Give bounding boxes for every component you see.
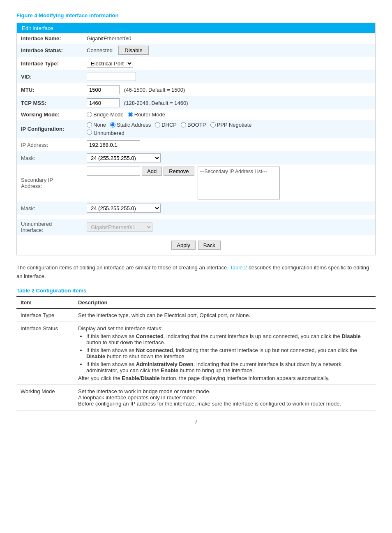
body-paragraph: The configuration items of editing an in… xyxy=(16,264,376,281)
working-mode-line-2: A loopback interface operates only in ro… xyxy=(78,394,371,401)
interface-type-value: Electrical Port xyxy=(83,57,375,70)
table-row-interface-type: Interface Type Set the interface type, w… xyxy=(16,308,376,322)
row-interface-status: Interface Status: Connected Disable xyxy=(17,44,375,57)
working-mode-line-1: Set the interface to work in bridge mode… xyxy=(78,388,371,394)
table-row-working-mode: Working Mode Set the interface to work i… xyxy=(16,385,376,410)
status-after-text: After you click the Enable/Disable butto… xyxy=(78,375,330,381)
ip-static-radio[interactable] xyxy=(110,122,115,127)
ip-dhcp-radio[interactable] xyxy=(155,122,160,127)
row-mask: Mask: 24 (255.255.255.0) xyxy=(17,151,375,165)
form-table: Interface Name: GigabitEthernet0/0 Inter… xyxy=(17,33,375,255)
ip-none-text: None xyxy=(93,122,106,128)
add-button[interactable]: Add xyxy=(142,167,162,176)
unnumbered-interface-select[interactable]: GigabitEthernet0/1 xyxy=(87,222,152,232)
interface-status-value: Connected Disable xyxy=(83,44,375,57)
router-mode-text: Router Mode xyxy=(134,111,165,118)
edit-interface-box: Edit Interface Interface Name: GigabitEt… xyxy=(16,23,376,255)
ip-static-label[interactable]: Static Address xyxy=(110,122,151,128)
status-desc-text: Display and set the interface status: xyxy=(78,325,163,331)
vid-input[interactable] xyxy=(87,72,136,81)
config-table-header-row: Item Description xyxy=(16,297,376,308)
secondary-ip-label: Secondary IPAddress: xyxy=(17,165,83,202)
tcp-mss-input[interactable] xyxy=(87,98,120,107)
ip-bootp-label[interactable]: BOOTP xyxy=(181,122,206,128)
row-ip-address: IP Address: xyxy=(17,138,375,151)
page-number: 7 xyxy=(16,419,376,425)
mtu-input[interactable] xyxy=(87,85,120,94)
row-secondary-ip: Secondary IPAddress: Add Remove ---Secon… xyxy=(17,165,375,202)
row-working-mode: Working Mode: Bridge Mode Router Mode xyxy=(17,109,375,120)
mask-label: Mask: xyxy=(17,151,83,165)
row-spacer xyxy=(17,215,375,219)
desc-interface-type: Set the interface type, which can be Ele… xyxy=(74,308,376,322)
tcp-mss-hint: (128-2048, Default = 1460) xyxy=(124,100,188,106)
table-row-interface-status: Interface Status Display and set the int… xyxy=(16,322,376,385)
mtu-hint: (46-1500, Default = 1500) xyxy=(124,87,185,93)
secondary-ip-list-text: ---Secondary IP Address List--- xyxy=(200,169,267,174)
item-interface-status: Interface Status xyxy=(16,322,74,385)
figure-title: Figure 4 Modifying interface information xyxy=(16,12,376,19)
config-table: Item Description Interface Type Set the … xyxy=(16,296,376,410)
vid-label: VID: xyxy=(17,70,83,83)
ip-unnumbered-text: Unnumbered xyxy=(94,130,125,136)
ip-bootp-text: BOOTP xyxy=(187,122,206,128)
mask-select[interactable]: 24 (255.255.255.0) xyxy=(87,153,161,162)
working-mode-group: Bridge Mode Router Mode xyxy=(87,111,371,118)
interface-type-select[interactable]: Electrical Port xyxy=(87,59,133,68)
table2-link[interactable]: Table 2 xyxy=(230,264,247,271)
item-working-mode: Working Mode xyxy=(16,385,74,410)
ip-dhcp-label[interactable]: DHCP xyxy=(155,122,177,128)
desc-interface-status: Display and set the interface status: If… xyxy=(74,322,376,385)
status-bullet-2: If this item shows as Not connected, ind… xyxy=(86,347,371,359)
col-item-header: Item xyxy=(16,297,74,308)
disable-button[interactable]: Disable xyxy=(118,46,148,55)
router-mode-radio[interactable] xyxy=(128,112,133,117)
row-vid: VID: xyxy=(17,70,375,83)
status-bullet-3: If this item shows as Administratively D… xyxy=(86,361,371,373)
row-secondary-mask: Mask: 24 (255.255.255.0) xyxy=(17,202,375,215)
row-interface-name: Interface Name: GigabitEthernet0/0 xyxy=(17,33,375,44)
row-tcp-mss: TCP MSS: (128-2048, Default = 1460) xyxy=(17,96,375,109)
ip-ppp-radio[interactable] xyxy=(210,122,216,127)
ip-config-group: None Static Address DHCP BOOTP xyxy=(87,122,371,128)
unnumbered-interface-label: UnnumberedInterface: xyxy=(17,219,83,235)
row-interface-type: Interface Type: Electrical Port xyxy=(17,57,375,70)
ip-address-input[interactable] xyxy=(87,140,140,149)
bridge-mode-text: Bridge Mode xyxy=(93,111,124,118)
secondary-ip-input[interactable] xyxy=(87,167,140,176)
ip-static-text: Static Address xyxy=(117,122,151,128)
row-apply-back: Apply Back xyxy=(17,235,375,255)
body-text-1: The configuration items of editing an in… xyxy=(16,264,228,271)
apply-back-row: Apply Back xyxy=(21,237,371,253)
back-button[interactable]: Back xyxy=(198,241,221,250)
ip-none-radio[interactable] xyxy=(87,122,92,127)
router-mode-radio-label[interactable]: Router Mode xyxy=(128,111,165,118)
remove-button[interactable]: Remove xyxy=(164,167,194,176)
tcp-mss-label: TCP MSS: xyxy=(17,96,83,109)
status-bullet-list: If this item shows as Connected, indicat… xyxy=(86,333,371,373)
ip-unnumbered-label[interactable]: Unnumbered xyxy=(87,130,125,136)
bridge-mode-radio-label[interactable]: Bridge Mode xyxy=(87,111,124,118)
col-desc-header: Description xyxy=(74,297,376,308)
ip-dhcp-text: DHCP xyxy=(161,122,177,128)
interface-status-label: Interface Status: xyxy=(17,44,83,57)
ip-bootp-radio[interactable] xyxy=(181,122,186,127)
ip-none-label[interactable]: None xyxy=(87,122,106,128)
bridge-mode-radio[interactable] xyxy=(87,112,92,117)
status-text: Connected xyxy=(87,47,113,53)
status-bullet-1: If this item shows as Connected, indicat… xyxy=(86,333,371,345)
ip-ppp-text: PPP Negotiate xyxy=(217,122,252,128)
secondary-ip-list-box: ---Secondary IP Address List--- xyxy=(198,167,280,199)
apply-button[interactable]: Apply xyxy=(171,241,196,250)
row-mtu: MTU: (46-1500, Default = 1500) xyxy=(17,83,375,96)
interface-name-label: Interface Name: xyxy=(17,33,83,44)
ip-unnumbered-radio[interactable] xyxy=(87,130,92,135)
secondary-mask-label: Mask: xyxy=(17,202,83,215)
edit-interface-header: Edit Interface xyxy=(17,23,375,33)
ip-address-label: IP Address: xyxy=(17,138,83,151)
secondary-mask-select[interactable]: 24 (255.255.255.0) xyxy=(87,204,161,213)
ip-ppp-label[interactable]: PPP Negotiate xyxy=(210,122,252,128)
mtu-label: MTU: xyxy=(17,83,83,96)
row-ip-config: IP Configuration: None Static Address DH… xyxy=(17,120,375,138)
row-unnumbered-interface: UnnumberedInterface: GigabitEthernet0/1 xyxy=(17,219,375,235)
